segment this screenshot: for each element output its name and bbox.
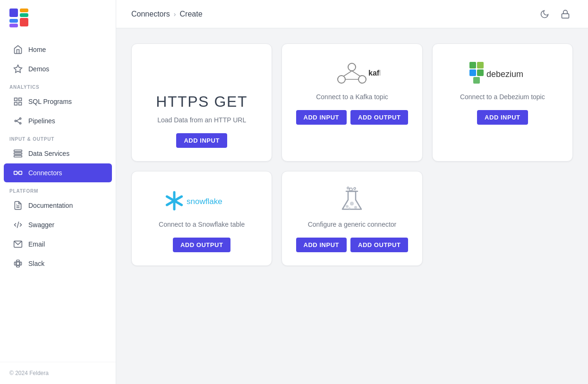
debezium-desc: Connect to a Debezium topic <box>460 93 545 101</box>
svg-text:kafka: kafka <box>368 69 380 77</box>
debezium-actions: ADD INPUT <box>477 110 528 125</box>
generic-logo <box>338 187 366 215</box>
pipelines-icon <box>13 116 23 126</box>
generic-actions: ADD INPUT ADD OUTPUT <box>296 238 409 252</box>
snowflake-desc: Connect to a Snowflake table <box>159 221 245 228</box>
https-get-desc: Load Data from an HTTP URL <box>157 116 246 124</box>
svg-point-53 <box>349 207 350 209</box>
breadcrumb: Connectors › Create <box>131 10 203 18</box>
svg-rect-1 <box>20 9 28 12</box>
data-services-icon <box>13 149 23 158</box>
svg-point-12 <box>19 118 21 119</box>
sidebar-item-demos[interactable]: Demos <box>4 60 112 78</box>
add-input-kafka-button[interactable]: ADD INPUT <box>296 110 347 125</box>
connector-card-https-get: HTTPS GET Load Data from an HTTP URL ADD… <box>131 43 272 162</box>
svg-rect-4 <box>9 19 18 23</box>
sidebar-item-slack-label: Slack <box>28 260 44 267</box>
generic-desc: Configure a generic connector <box>308 221 397 228</box>
header: Connectors › Create <box>116 0 588 28</box>
sidebar-item-swagger-label: Swagger <box>28 221 54 229</box>
section-platform: PLATFORM <box>0 183 116 196</box>
kafka-desc: Connect to a Kafka topic <box>316 93 388 101</box>
sidebar-item-email[interactable]: Email <box>4 235 112 254</box>
add-output-generic-button[interactable]: ADD OUTPUT <box>350 238 408 252</box>
connector-card-snowflake: snowflake Connect to a Snowflake table A… <box>131 171 272 266</box>
svg-line-14 <box>17 119 20 121</box>
connector-card-generic: Configure a generic connector ADD INPUT … <box>281 171 422 266</box>
swagger-icon <box>13 220 23 230</box>
connector-grid: HTTPS GET Load Data from an HTTP URL ADD… <box>131 43 573 266</box>
sidebar-item-data-services[interactable]: Data Services <box>4 144 112 163</box>
snowflake-actions: ADD OUTPUT <box>173 238 230 252</box>
svg-rect-2 <box>20 13 28 17</box>
kafka-actions: ADD INPUT ADD OUTPUT <box>296 110 409 125</box>
header-actions <box>537 7 573 22</box>
sidebar-item-pipelines-label: Pipelines <box>28 117 55 125</box>
svg-point-55 <box>354 188 356 189</box>
sidebar-item-demos-label: Demos <box>28 65 49 73</box>
logo[interactable] <box>0 0 116 36</box>
footer-copyright: © 2024 Feldera <box>0 362 116 384</box>
svg-rect-30 <box>17 262 20 265</box>
svg-point-51 <box>350 202 354 205</box>
https-get-title: HTTPS GET <box>156 93 247 111</box>
add-input-https-button[interactable]: ADD INPUT <box>176 133 227 148</box>
theme-toggle-button[interactable] <box>537 7 552 22</box>
breadcrumb-connectors[interactable]: Connectors <box>131 10 170 18</box>
svg-point-32 <box>348 63 356 71</box>
svg-rect-7 <box>15 98 17 101</box>
debezium-logo-svg: debezium <box>469 62 536 85</box>
sidebar-item-pipelines[interactable]: Pipelines <box>4 111 112 130</box>
connector-card-debezium: debezium Connect to a Debezium topic ADD… <box>432 43 573 162</box>
svg-rect-40 <box>477 62 484 68</box>
demos-icon <box>13 64 23 74</box>
email-icon <box>13 239 23 249</box>
svg-marker-6 <box>14 65 22 73</box>
sidebar-item-slack[interactable]: Slack <box>4 254 112 273</box>
documentation-icon <box>13 201 23 210</box>
svg-rect-10 <box>19 102 22 105</box>
svg-rect-17 <box>14 153 22 154</box>
snowflake-logo-svg: snowflake <box>164 189 239 213</box>
sidebar-item-swagger[interactable]: Swagger <box>4 215 112 234</box>
svg-point-13 <box>19 122 21 124</box>
svg-rect-8 <box>19 98 22 101</box>
svg-text:snowflake: snowflake <box>187 197 222 206</box>
add-input-generic-button[interactable]: ADD INPUT <box>296 238 347 252</box>
svg-rect-28 <box>20 262 21 265</box>
slack-icon <box>13 259 23 268</box>
lock-button[interactable] <box>558 7 573 22</box>
svg-rect-9 <box>15 102 17 105</box>
add-input-debezium-button[interactable]: ADD INPUT <box>477 110 528 125</box>
svg-rect-5 <box>9 24 18 27</box>
sidebar-item-home[interactable]: Home <box>4 40 112 59</box>
sidebar-item-connectors[interactable]: Connectors <box>4 163 112 182</box>
svg-rect-19 <box>14 171 17 175</box>
svg-rect-0 <box>9 9 18 17</box>
svg-rect-41 <box>469 69 476 76</box>
lock-icon <box>561 9 570 19</box>
svg-rect-29 <box>17 265 20 267</box>
sidebar-item-documentation[interactable]: Documentation <box>4 196 112 215</box>
add-output-kafka-button[interactable]: ADD OUTPUT <box>350 110 408 125</box>
svg-rect-26 <box>15 262 16 265</box>
svg-point-11 <box>15 120 16 121</box>
svg-point-52 <box>354 206 357 209</box>
svg-rect-18 <box>14 155 22 157</box>
sidebar-item-documentation-label: Documentation <box>28 202 73 209</box>
connector-card-kafka: kafka Connect to a Kafka topic ADD INPUT… <box>281 43 422 162</box>
home-icon <box>13 45 23 54</box>
add-output-snowflake-button[interactable]: ADD OUTPUT <box>173 238 230 252</box>
svg-point-54 <box>349 188 352 191</box>
svg-rect-43 <box>473 77 480 84</box>
svg-text:debezium: debezium <box>486 69 523 79</box>
sql-icon <box>13 97 23 106</box>
svg-rect-16 <box>14 150 22 152</box>
sidebar-item-connectors-label: Connectors <box>28 169 62 177</box>
snowflake-logo: snowflake <box>164 187 239 215</box>
svg-rect-31 <box>562 14 569 18</box>
sidebar-item-email-label: Email <box>28 240 45 248</box>
sidebar-item-sql-programs[interactable]: SQL Programs <box>4 92 112 111</box>
svg-line-36 <box>352 71 360 76</box>
kafka-logo: kafka <box>324 59 380 87</box>
